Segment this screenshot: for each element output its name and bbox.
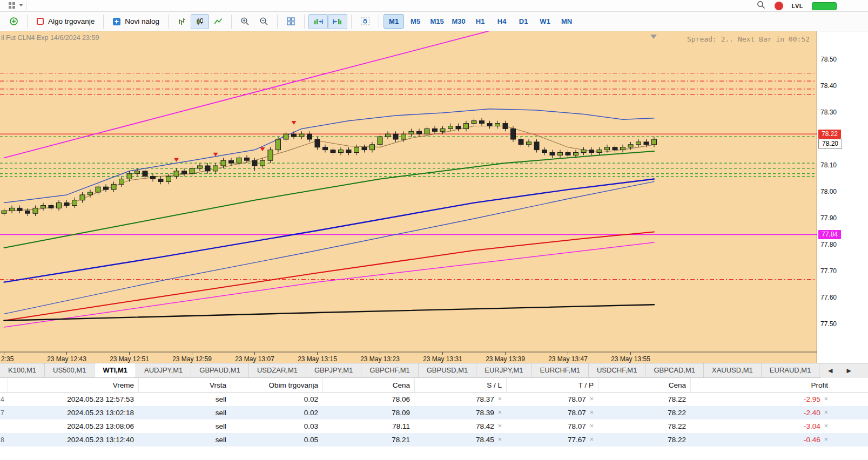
- symbol-tab-gbpaud-m1[interactable]: GBPAUD,M1: [191, 363, 249, 377]
- remove-sl-icon[interactable]: ×: [498, 396, 502, 403]
- position-row[interactable]: 42024.05.23 12:57:53sell0.0278.0678.37×7…: [0, 393, 868, 406]
- header-current[interactable]: Cena: [598, 378, 690, 392]
- cell-volume: 0.02: [231, 409, 322, 417]
- symbol-tab-k100-m1[interactable]: K100,M1: [0, 363, 45, 377]
- cell-price: 78.21: [322, 436, 414, 444]
- zoom-out-button[interactable]: [254, 13, 273, 29]
- candlestick-chart-type-button[interactable]: [191, 14, 209, 29]
- add-indicator-button[interactable]: [4, 13, 23, 29]
- symbol-tab-audjpy-m1[interactable]: AUDJPY,M1: [136, 363, 191, 377]
- remove-tp-icon[interactable]: ×: [590, 396, 594, 403]
- header-time[interactable]: Vreme: [8, 378, 138, 392]
- header-profit[interactable]: Profit: [690, 378, 868, 392]
- cell-time: 2024.05.23 12:57:53: [8, 395, 138, 403]
- remove-tp-icon[interactable]: ×: [590, 423, 594, 430]
- price-tick: 78.50: [820, 56, 837, 63]
- symbol-tab-wti-m1[interactable]: WTI,M1: [95, 363, 136, 377]
- symbol-tab-gbpchf-m1[interactable]: GBPCHF,M1: [361, 363, 418, 377]
- bar-chart-type-button[interactable]: [172, 14, 191, 29]
- auto-scroll-button[interactable]: [308, 14, 328, 29]
- grid-menu-icon[interactable]: [8, 1, 16, 11]
- new-order-button[interactable]: Novi nalog: [107, 14, 164, 29]
- close-position-icon[interactable]: ×: [824, 423, 828, 430]
- timeframe-button-m30[interactable]: M30: [448, 14, 469, 29]
- timeframe-button-d1[interactable]: D1: [513, 14, 534, 29]
- candle-body: [354, 147, 359, 153]
- candle-body: [17, 208, 22, 211]
- symbol-tab-gbpusd-m1[interactable]: GBPUSD,M1: [419, 363, 477, 377]
- cell-volume: 0.02: [231, 395, 322, 403]
- chart-shift-button[interactable]: [328, 14, 347, 29]
- symbol-tab-euraud-m1[interactable]: EURAUD,M1: [762, 363, 820, 377]
- value-time: 2024.05.23 13:12:40: [67, 436, 134, 444]
- header-sl[interactable]: S / L: [414, 378, 506, 392]
- zoom-in-button[interactable]: [235, 13, 254, 29]
- remove-sl-icon[interactable]: ×: [498, 409, 502, 416]
- symbol-tab-usdzar-m1[interactable]: USDZAR,M1: [249, 363, 306, 377]
- timeframe-group: M1M5M15M30H1H4D1W1MN: [383, 14, 577, 29]
- symbol-tab-xauusd-m1[interactable]: XAUUSD,M1: [704, 363, 762, 377]
- remove-sl-icon[interactable]: ×: [498, 423, 502, 430]
- timeframe-button-w1[interactable]: W1: [535, 14, 555, 29]
- symbol-tab-gbpcad-m1[interactable]: GBPCAD,M1: [645, 363, 704, 377]
- cell-volume: 0.05: [231, 436, 322, 444]
- candle-body: [72, 200, 77, 206]
- timeframe-button-m1[interactable]: M1: [383, 14, 404, 29]
- candle-body: [284, 134, 288, 139]
- symbol-tab-usdchf-m1[interactable]: USDCHF,M1: [589, 363, 645, 377]
- position-row[interactable]: 72024.05.23 13:02:18sell0.0278.0978.39×7…: [0, 406, 868, 420]
- header-ticket[interactable]: [0, 378, 8, 392]
- header-tp[interactable]: T / P: [506, 378, 598, 392]
- header-price[interactable]: Cena: [322, 378, 414, 392]
- timeframe-button-m15[interactable]: M15: [427, 14, 447, 29]
- close-position-icon[interactable]: ×: [824, 409, 828, 416]
- cell-sl: 78.45×: [414, 436, 506, 444]
- header-volume[interactable]: Obim trgovanja: [231, 378, 322, 392]
- timeframe-button-m5[interactable]: M5: [405, 14, 426, 29]
- remove-sl-icon[interactable]: ×: [498, 436, 502, 443]
- header-type[interactable]: Vrsta: [138, 378, 231, 392]
- price-axis[interactable]: 78.5078.4078.3078.1078.0077.9077.8077.70…: [817, 31, 868, 363]
- lvl-status-button[interactable]: [812, 2, 837, 10]
- remove-tp-icon[interactable]: ×: [590, 409, 594, 416]
- cell-tp: 77.67×: [506, 436, 598, 444]
- timeframe-button-h1[interactable]: H1: [470, 14, 490, 29]
- candle-body: [158, 179, 163, 182]
- value-profit: -2.40: [804, 409, 820, 417]
- symbol-tab-us500-m1[interactable]: US500,M1: [45, 363, 95, 377]
- timeframe-button-mn[interactable]: MN: [556, 14, 577, 29]
- window-topbar: LVL: [0, 0, 868, 12]
- price-tick: 78.10: [820, 161, 837, 169]
- candle-body: [519, 139, 523, 145]
- candle-body: [542, 150, 547, 153]
- chevron-down-icon[interactable]: [18, 1, 24, 11]
- search-icon[interactable]: [756, 0, 766, 12]
- symbol-tab-gbpjpy-m1[interactable]: GBPJPY,M1: [306, 363, 361, 377]
- divider: [379, 15, 379, 29]
- tab-scroll-left-icon[interactable]: ◀: [828, 367, 832, 374]
- close-position-icon[interactable]: ×: [824, 436, 828, 443]
- symbol-tab-eurjpy-m1[interactable]: EURJPY,M1: [476, 363, 531, 377]
- sell-marker-icon: [260, 147, 265, 151]
- chart-canvas[interactable]: 2:3523 May 12:4323 May 12:5123 May 12:59…: [0, 31, 817, 363]
- candle-body: [205, 166, 210, 171]
- position-row[interactable]: 82024.05.23 13:12:40sell0.0578.2178.45×7…: [0, 433, 868, 447]
- close-position-icon[interactable]: ×: [824, 396, 828, 403]
- notification-badge[interactable]: [775, 2, 783, 10]
- screenshot-button[interactable]: [355, 13, 375, 29]
- ma-black-line: [4, 305, 655, 320]
- price-badge-78.22: 78.22: [818, 130, 841, 139]
- remove-tp-icon[interactable]: ×: [590, 436, 594, 443]
- tile-windows-button[interactable]: [281, 13, 300, 29]
- line-chart-type-button[interactable]: [209, 14, 227, 29]
- candle-body: [119, 179, 124, 185]
- tab-scroll-right-icon[interactable]: ▶: [846, 367, 851, 374]
- cell-current: 78.22: [598, 436, 690, 444]
- position-row[interactable]: 2024.05.23 13:08:06sell0.0378.1178.42×78…: [0, 420, 868, 433]
- timeframe-button-h4[interactable]: H4: [492, 14, 512, 29]
- algo-trading-button[interactable]: Algo trgovanje: [31, 14, 99, 29]
- price-tick: 77.90: [820, 214, 837, 222]
- symbol-tab-eurchf-m1[interactable]: EURCHF,M1: [532, 363, 589, 377]
- cell-type: sell: [138, 436, 231, 444]
- candle-body: [104, 187, 109, 190]
